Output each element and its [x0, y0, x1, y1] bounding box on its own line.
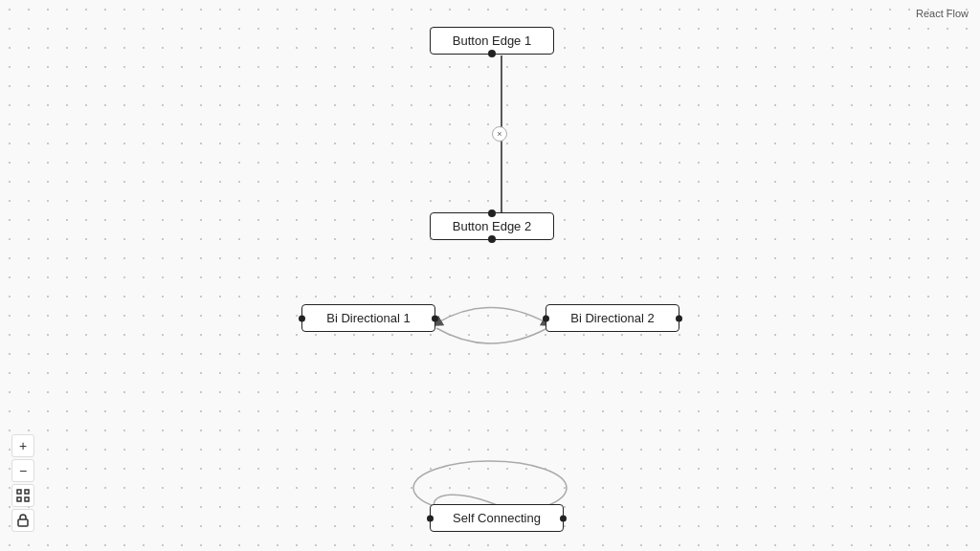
- handle-left-bd1[interactable]: [299, 315, 305, 321]
- edge-delete-button[interactable]: ×: [492, 126, 507, 142]
- handle-right-bd2[interactable]: [676, 315, 682, 321]
- svg-rect-3: [25, 490, 29, 494]
- node-bi-directional-1[interactable]: Bi Directional 1: [301, 304, 435, 332]
- node-button-edge-2[interactable]: Button Edge 2: [430, 212, 554, 240]
- node-bi-directional-2[interactable]: Bi Directional 2: [546, 304, 679, 332]
- handle-right-bd1[interactable]: [432, 315, 438, 321]
- svg-rect-4: [17, 497, 21, 501]
- handle-right-sc[interactable]: [560, 515, 567, 521]
- fit-icon: [16, 489, 30, 502]
- zoom-out-button[interactable]: −: [11, 459, 34, 482]
- handle-left-bd2[interactable]: [543, 315, 549, 321]
- app-title: React Flow: [916, 8, 969, 19]
- fit-view-button[interactable]: [11, 484, 34, 507]
- edges-svg: [0, 0, 980, 551]
- lock-icon: [17, 514, 29, 527]
- zoom-in-button[interactable]: +: [11, 434, 34, 457]
- handle-bottom-be1[interactable]: [488, 50, 496, 57]
- flow-canvas[interactable]: React Flow Button Edge 1 ×: [0, 0, 980, 551]
- handle-left-sc[interactable]: [427, 515, 434, 521]
- node-button-edge-1[interactable]: Button Edge 1: [430, 27, 554, 55]
- svg-rect-5: [25, 497, 29, 501]
- svg-rect-2: [17, 490, 21, 494]
- svg-rect-6: [18, 519, 28, 526]
- lock-button[interactable]: [11, 509, 34, 532]
- node-self-connecting[interactable]: Self Connecting: [430, 504, 564, 532]
- controls-panel: + −: [11, 434, 34, 532]
- handle-top-be2[interactable]: [488, 209, 496, 217]
- handle-bottom-be2[interactable]: [488, 235, 496, 243]
